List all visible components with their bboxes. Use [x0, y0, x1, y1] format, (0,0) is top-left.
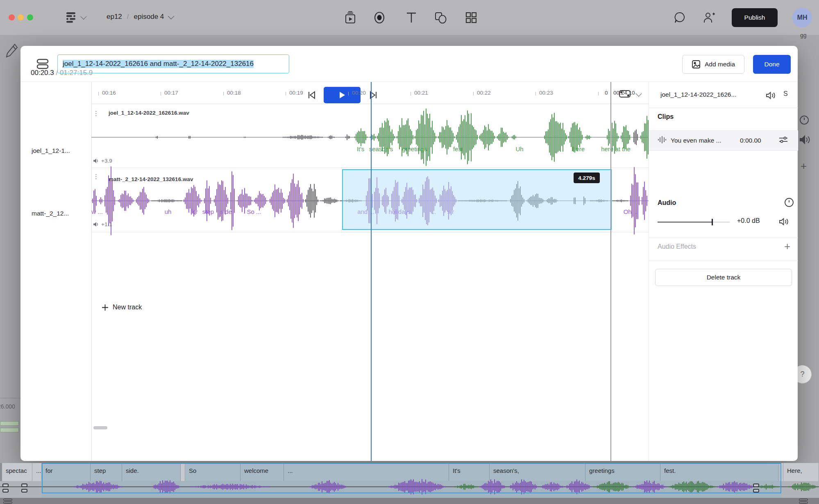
bottom-bar: [0, 498, 819, 504]
window-titlebar: ep12 / episode 4: [0, 0, 819, 35]
volume-slider-handle[interactable]: [712, 219, 713, 225]
breadcrumb: ep12 / episode 4: [107, 13, 173, 21]
breadcrumb-episode[interactable]: episode 4: [134, 13, 164, 21]
close-traffic-light[interactable]: [9, 14, 15, 20]
invite-person-icon[interactable]: [701, 10, 717, 25]
media-tool-icon[interactable]: [343, 10, 358, 25]
plus-icon: +: [801, 160, 807, 173]
word-label[interactable]: for: [191, 208, 198, 215]
volume-slider-track-rest: [712, 222, 730, 222]
app-menu-chevron-icon[interactable]: [80, 13, 87, 20]
bg-right-text: gg: [800, 32, 807, 39]
track-name-joel[interactable]: joel_1_12-1...: [32, 147, 89, 154]
bg-green-bar: [0, 428, 19, 432]
clip-settings-icon[interactable]: [778, 135, 788, 146]
word-label[interactable]: It's: [357, 145, 365, 152]
timeline-end-line: [610, 82, 611, 461]
inspector-track-title: joel_1_12-14-2022_1626...: [660, 91, 763, 98]
total-time: 01:27:15.9: [60, 69, 93, 77]
inspector-header: joel_1_12-14-2022_1626... S: [649, 82, 798, 108]
bg-divider: [0, 398, 20, 398]
clip-drag-handle[interactable]: ⋮: [93, 173, 99, 180]
volume-slider-track[interactable]: [658, 222, 712, 222]
clip-waveform-icon: [658, 136, 667, 145]
script-word-strip: spectac...forstepside..Sowelcome...It'ss…: [0, 463, 819, 498]
app-logo-icon[interactable]: [66, 11, 77, 25]
selection-grip[interactable]: [753, 484, 759, 487]
layers-glyph-icon: [3, 502, 12, 504]
speaker-small-icon: [93, 158, 99, 163]
word-label[interactable]: So ...: [247, 208, 261, 215]
word-label[interactable]: step: [202, 208, 214, 215]
delete-track-button[interactable]: Delete track: [655, 269, 792, 286]
layers-glyph-icon: [799, 502, 808, 504]
solo-button[interactable]: S: [783, 90, 788, 98]
timeline[interactable]: 00:1600:1700:1800:1900:2000:2100:2200:23…: [91, 82, 649, 461]
current-time: 00:20.3: [31, 69, 54, 77]
divider: [649, 261, 798, 261]
clip-list-row[interactable]: You even make ... 0:00.00: [649, 130, 798, 151]
publish-button[interactable]: Publish: [732, 8, 778, 27]
minimize-traffic-light[interactable]: [18, 14, 24, 20]
selection-grip[interactable]: [753, 489, 759, 493]
sequence-editor-modal: joel_1_12-14-2022_162616 and matt-_2_12-…: [20, 46, 798, 461]
add-effect-button[interactable]: +: [784, 240, 790, 253]
plus-icon: [102, 304, 109, 311]
image-icon: [692, 60, 701, 69]
waveforms-canvas: [91, 82, 649, 461]
done-button[interactable]: Done: [753, 55, 791, 74]
comments-icon[interactable]: [672, 10, 687, 25]
avatar[interactable]: MH: [792, 8, 812, 27]
gain-joel: +3.9: [93, 158, 112, 164]
speaker-icon: [799, 134, 810, 147]
clock-icon: [799, 115, 810, 127]
breadcrumb-project[interactable]: ep12: [107, 13, 122, 21]
text-tool-icon[interactable]: [404, 10, 419, 25]
sequence-title-selected-text: joel_1_12-14-2022_162616 and matt-_2_12-…: [63, 60, 254, 68]
layout-grid-icon[interactable]: [463, 10, 479, 25]
breadcrumb-separator: /: [127, 13, 129, 21]
word-label[interactable]: Uh: [515, 145, 523, 152]
modal-header: joel_1_12-14-2022_162616 and matt-_2_12-…: [20, 46, 798, 82]
word-label[interactable]: here: [572, 145, 585, 152]
horizontal-scrollbar[interactable]: [93, 426, 107, 429]
word-label[interactable]: here at the: [601, 145, 631, 152]
clip-name-joel[interactable]: joel_1_12-14-2022_162616.wav: [109, 110, 189, 116]
word-label[interactable]: uh: [165, 208, 172, 215]
audio-automation-clock-icon[interactable]: [784, 198, 794, 209]
word-label[interactable]: Oh ...: [624, 208, 639, 215]
word-label[interactable]: side: [220, 208, 232, 215]
playback-time: 00:20.3 / 01:27:15.9: [31, 69, 93, 77]
playhead[interactable]: [371, 82, 372, 461]
speaker-small-icon: [93, 222, 99, 227]
bg-green-bar: [0, 421, 19, 426]
new-track-button[interactable]: New track: [102, 304, 142, 311]
audio-effects-header: Audio Effects: [658, 243, 696, 250]
breadcrumb-chevron-icon[interactable]: [168, 13, 175, 19]
word-label[interactable]: greetings: [402, 145, 427, 152]
selection-grip[interactable]: [21, 484, 27, 487]
volume-speaker-icon[interactable]: [779, 217, 789, 228]
selection-grip[interactable]: [21, 489, 27, 493]
layers-glyph-icon: [799, 499, 808, 501]
selection-grip[interactable]: [2, 489, 9, 493]
mute-speaker-icon[interactable]: [766, 91, 776, 102]
volume-value: +0.0 dB: [737, 217, 760, 225]
clip-row-name: You even make ...: [671, 137, 721, 144]
bg-left-value: 26.000: [0, 403, 15, 410]
track-name-matt[interactable]: matt-_2_12...: [32, 210, 89, 217]
clip-name-matt[interactable]: matt-_2_12-14-2022_132616.wav: [109, 176, 193, 182]
pencil-icon: [5, 43, 18, 60]
zoom-traffic-light[interactable]: [27, 14, 33, 20]
record-icon[interactable]: [372, 10, 387, 25]
word-label[interactable]: fest: [453, 145, 463, 152]
word-label[interactable]: season's: [369, 145, 393, 152]
clip-row-time: 0:00.00: [740, 137, 761, 144]
selection-grip[interactable]: [2, 484, 9, 487]
shapes-tool-icon[interactable]: [433, 10, 449, 25]
clip-drag-handle[interactable]: ⋮: [93, 110, 99, 117]
clips-section-header: Clips: [658, 113, 674, 120]
clip-selection[interactable]: [342, 169, 612, 230]
word-label[interactable]: w ...: [91, 208, 103, 215]
add-media-button[interactable]: Add media: [682, 55, 744, 74]
